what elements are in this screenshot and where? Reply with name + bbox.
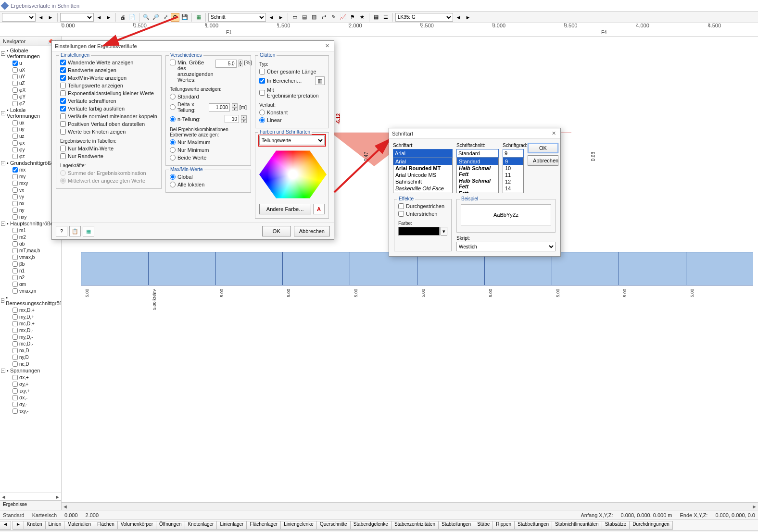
zoom-in-icon[interactable]: 🔍 [142, 13, 151, 22]
chk-normiert[interactable] [60, 113, 66, 119]
loadcase-combo[interactable]: LK35: G [395, 13, 453, 22]
t1-icon[interactable]: ▭ [291, 13, 299, 22]
andere-farbe-button[interactable]: Andere Farbe… [259, 204, 311, 214]
chk-exp[interactable] [60, 90, 66, 96]
rad-nteilung[interactable] [170, 116, 176, 122]
table-tab[interactable]: Stabexzentrizitäten [391, 521, 439, 530]
back2-icon[interactable]: ◄ [95, 13, 103, 22]
nav-item[interactable]: αm [1, 281, 60, 287]
chk-nur-rand[interactable] [60, 153, 66, 159]
table-tab[interactable]: Stäbe [474, 521, 493, 530]
inp-min-val[interactable] [215, 60, 237, 68]
fwd2-icon[interactable]: ► [104, 13, 113, 22]
grid-icon[interactable]: ▦ [372, 13, 380, 22]
font-cancel-button[interactable]: Abbrechen [528, 155, 558, 166]
nav-item[interactable]: σx,- [1, 394, 60, 401]
chk-ueber[interactable] [259, 69, 265, 74]
print-icon[interactable]: 🖨 [118, 13, 127, 22]
nav-item[interactable]: mT,max,b [1, 247, 60, 254]
nav-group[interactable]: −▪ Bemessungsschnittgrößen [1, 294, 60, 307]
nav-item[interactable]: my,D,- [1, 334, 60, 340]
chk-underline[interactable] [398, 211, 404, 217]
combo-a[interactable] [2, 13, 36, 22]
chk-farbig[interactable] [60, 106, 66, 111]
rad-deltax[interactable] [170, 104, 176, 110]
nav-item[interactable]: mx,D,+ [1, 307, 60, 313]
nav-item[interactable]: σy,- [1, 401, 60, 408]
nav-item[interactable]: n1 [1, 267, 60, 274]
settings-close-icon[interactable]: ✕ [323, 42, 331, 50]
font-icon[interactable]: A [313, 204, 325, 214]
rad-beide[interactable] [170, 155, 176, 161]
nav-item[interactable]: mx,D,- [1, 327, 60, 334]
table-tab[interactable]: Querschnitte [316, 521, 351, 530]
inp-nteilung[interactable] [225, 115, 239, 123]
script-combo[interactable]: Westlich [456, 242, 556, 251]
chk-interp[interactable] [259, 90, 265, 96]
nav-item[interactable]: mc,D,+ [1, 320, 60, 327]
chk-maxmin[interactable] [60, 75, 66, 81]
nav-item[interactable]: vmax,m [1, 287, 60, 294]
table-tab[interactable]: Stabsätze [602, 521, 630, 530]
nav-item[interactable]: βb [1, 260, 60, 267]
nav-item[interactable]: σy,+ [1, 381, 60, 387]
canvas-hscroll[interactable]: ◄► [62, 502, 758, 510]
bottom-mini-tabs[interactable]: ◄► Zeigen Ansichten Ergebnis... [0, 530, 758, 532]
nav-item[interactable]: τxy,- [1, 408, 60, 414]
copy-icon[interactable]: 📋 [69, 226, 81, 236]
font-color-drop-icon[interactable]: ▾ [441, 227, 447, 235]
table-tab[interactable]: Stabteilungen [438, 521, 474, 530]
result-type-combo[interactable]: Schnitt [208, 13, 266, 22]
table-tab[interactable]: Stabendgelenke [350, 521, 392, 530]
rad-lokal[interactable] [170, 182, 176, 187]
chk-strike[interactable] [398, 203, 404, 209]
chk-inbereichen[interactable] [259, 78, 265, 84]
color-wheel[interactable] [259, 148, 327, 201]
export-icon[interactable]: 📄 [128, 13, 137, 22]
table-tab[interactable]: Öffnungen [156, 521, 185, 530]
font-color-swatch[interactable] [398, 227, 440, 235]
navigator-tab[interactable]: Ergebnisse [0, 500, 61, 510]
bereichen-edit-icon[interactable]: ▥ [315, 76, 325, 85]
table-tab[interactable]: Knoten [24, 521, 46, 530]
list-icon[interactable]: ☰ [381, 13, 390, 22]
nav-item[interactable]: vmax,b [1, 254, 60, 260]
table-tab[interactable]: Knotenlager [185, 521, 217, 530]
back3-icon[interactable]: ◄ [267, 13, 276, 22]
table-tab[interactable]: Rippen [493, 521, 515, 530]
combo-b[interactable] [60, 13, 94, 22]
table-tab[interactable]: Stabbettungen [514, 521, 552, 530]
rad-konstant[interactable] [259, 110, 265, 115]
rad-linear[interactable] [259, 117, 265, 123]
chk-knoten[interactable] [60, 129, 66, 135]
rad-global[interactable] [170, 174, 176, 180]
nav-item[interactable]: nc,D [1, 360, 60, 367]
chk-schraff[interactable] [60, 98, 66, 104]
chk-nur-maxmin[interactable] [60, 146, 66, 151]
table-tab[interactable]: Linien [45, 521, 65, 530]
t4-icon[interactable]: ⇄ [319, 13, 328, 22]
settings-icon[interactable]: ⚙ [171, 13, 179, 22]
bottom-tabstrip[interactable]: ◄► KnotenLinienMaterialienFlächenVolumen… [0, 520, 758, 530]
excel-icon[interactable]: ▦ [194, 13, 203, 22]
zoom-fit-icon[interactable]: ⤢ [161, 13, 170, 22]
chk-randwerte[interactable] [60, 67, 66, 73]
back-icon[interactable]: ◄ [37, 13, 45, 22]
chk-positiven[interactable] [60, 121, 66, 127]
t3-icon[interactable]: ▥ [310, 13, 318, 22]
t2-icon[interactable]: ▤ [300, 13, 309, 22]
nav-item[interactable]: nx,D [1, 347, 60, 354]
rad-nur-max[interactable] [170, 139, 176, 145]
nav-item[interactable]: αb [1, 240, 60, 247]
help-icon[interactable]: ? [56, 226, 67, 236]
font-name-input[interactable] [393, 149, 453, 158]
settings-cancel-button[interactable]: Abbrechen [294, 226, 330, 236]
font-size-input[interactable] [503, 149, 524, 158]
chk-wandernde[interactable] [60, 60, 66, 65]
font-ok-button[interactable]: OK [528, 143, 558, 153]
nav-item[interactable]: σx,+ [1, 374, 60, 381]
navigator-hscroll[interactable]: ◄► [0, 493, 61, 500]
save-icon[interactable]: 💾 [180, 13, 189, 22]
table-tab[interactable]: Liniengelenke [280, 521, 317, 530]
rad-nur-min[interactable] [170, 147, 176, 153]
